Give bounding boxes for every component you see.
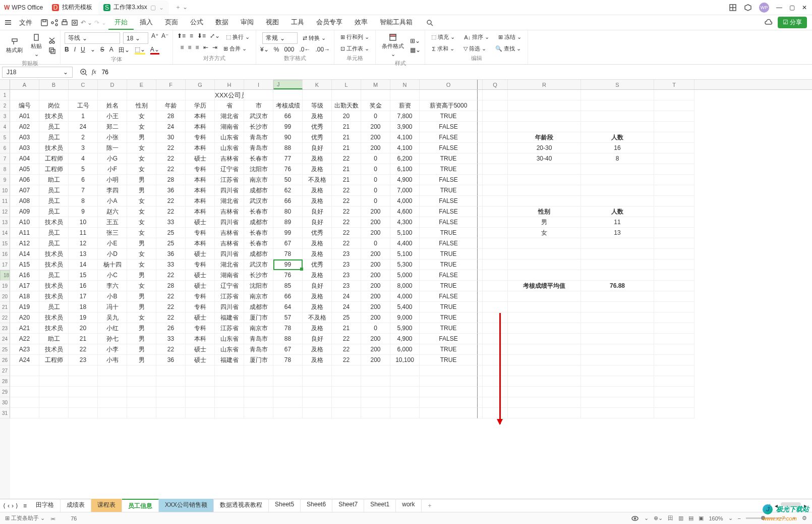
cell[interactable]: A05 [10,164,39,175]
cell[interactable] [390,387,420,397]
font-size-select[interactable]: 18 ⌄ [123,32,148,44]
cell[interactable] [483,164,508,175]
cell[interactable]: 长沙市 [244,270,273,281]
cell[interactable]: 5,100 [390,228,420,238]
cell[interactable] [273,90,303,100]
cell[interactable]: FALSE [420,217,478,228]
cell[interactable]: 21 [332,143,361,153]
cell[interactable]: TRUE [420,164,478,175]
table-style-icon[interactable]: ▦⌄ [410,46,421,54]
cell[interactable]: 人数 [581,206,654,217]
cell[interactable]: 200 [361,228,390,238]
cell[interactable] [10,90,39,100]
cell[interactable]: 青岛市 [244,344,273,355]
cell[interactable] [127,397,156,408]
cell[interactable]: 考核成绩平均值 [508,281,581,291]
cell[interactable]: 省 [215,100,244,111]
cube-icon[interactable] [744,4,752,12]
sheet-tab[interactable]: work [396,499,421,512]
cell[interactable]: 22 [156,153,186,164]
cell[interactable]: A18 [10,291,39,302]
cell[interactable]: 男 [127,132,156,143]
cell[interactable]: FALSE [420,143,478,153]
row-header[interactable]: 10 [0,185,10,196]
cell[interactable]: 5,900 [390,323,420,334]
row-header[interactable]: 7 [0,153,10,164]
formula-input[interactable] [100,67,812,77]
cell[interactable]: A20 [10,312,39,323]
menu-智能工具箱[interactable]: 智能工具箱 [374,16,419,30]
cell[interactable] [127,408,156,418]
cell[interactable] [508,312,581,323]
cut-icon[interactable] [48,36,56,44]
cell[interactable] [581,196,654,206]
font-color-button[interactable]: A⌄ [150,46,159,55]
cell[interactable]: 员工 [39,228,69,238]
cell[interactable]: 及格 [303,153,332,164]
zoom-value[interactable]: 160% [709,515,723,521]
cell[interactable]: 7,800 [390,111,420,122]
cell[interactable] [10,408,39,418]
number-format-select[interactable]: 常规 ⌄ [262,32,298,44]
cell[interactable] [581,387,654,397]
row-header[interactable]: 26 [0,355,10,365]
col-header-[interactable] [478,80,483,89]
cell[interactable] [156,376,186,387]
sort-button[interactable]: A↓ 排序⌄ [462,32,491,42]
cell[interactable]: 14 [69,259,98,270]
cell[interactable] [483,90,508,100]
cell[interactable] [39,90,69,100]
cell[interactable]: 本科 [186,206,215,217]
cell[interactable] [654,228,694,238]
cell[interactable] [581,175,654,185]
menu-公式[interactable]: 公式 [184,16,209,30]
cell[interactable]: 技术员 [39,143,69,153]
cell[interactable]: 6 [69,175,98,185]
cell[interactable] [478,312,483,323]
indent-decrease-icon[interactable]: ⇤ [203,44,208,54]
cell[interactable]: 辽宁省 [215,164,244,175]
cell[interactable]: 200 [361,143,390,153]
cell[interactable]: 女 [127,249,156,259]
cell[interactable] [654,376,694,387]
cell[interactable]: 78 [273,355,303,365]
cell[interactable]: 22 [332,217,361,228]
cell[interactable] [581,334,654,344]
cell[interactable] [483,344,508,355]
col-header-D[interactable]: D [98,80,127,89]
cell[interactable] [581,397,654,408]
cell[interactable] [654,259,694,270]
cell[interactable]: 22 [332,206,361,217]
row-header[interactable]: 17 [0,259,10,270]
cell[interactable] [303,397,332,408]
cell[interactable]: 女 [127,259,156,270]
hamburger-icon[interactable] [5,19,11,26]
sum-button[interactable]: Σ 求和⌄ [430,44,456,54]
copy-icon[interactable] [48,46,56,55]
cell[interactable]: 男 [127,344,156,355]
tab-workbook[interactable]: S 工作簿3.xlsx ▢ ⌄ [98,1,169,15]
cell[interactable]: 及格 [303,291,332,302]
cell[interactable]: A11 [10,228,39,238]
cell[interactable]: TRUE [420,185,478,196]
cell[interactable]: 赵六 [98,206,127,217]
cell[interactable] [478,408,483,418]
cell[interactable] [186,387,215,397]
cell[interactable] [654,344,694,355]
cell[interactable]: 厦门市 [244,355,273,365]
cell[interactable]: 优秀 [303,122,332,132]
align-right-icon[interactable]: ≡ [196,44,199,54]
cell[interactable] [390,397,420,408]
cell[interactable]: 20 [332,111,361,122]
cell[interactable]: 小韦 [98,355,127,365]
eye-icon[interactable] [631,514,639,522]
cell[interactable]: 技术员 [39,259,69,270]
cell[interactable] [508,111,581,122]
cell[interactable]: 不及格 [303,175,332,185]
expand-icon[interactable] [80,68,88,76]
row-header[interactable]: 15 [0,238,10,249]
cell[interactable]: 厦门市 [244,312,273,323]
cell[interactable] [98,365,127,376]
cell[interactable]: 硕士 [186,355,215,365]
cell[interactable]: 吉林省 [215,153,244,164]
